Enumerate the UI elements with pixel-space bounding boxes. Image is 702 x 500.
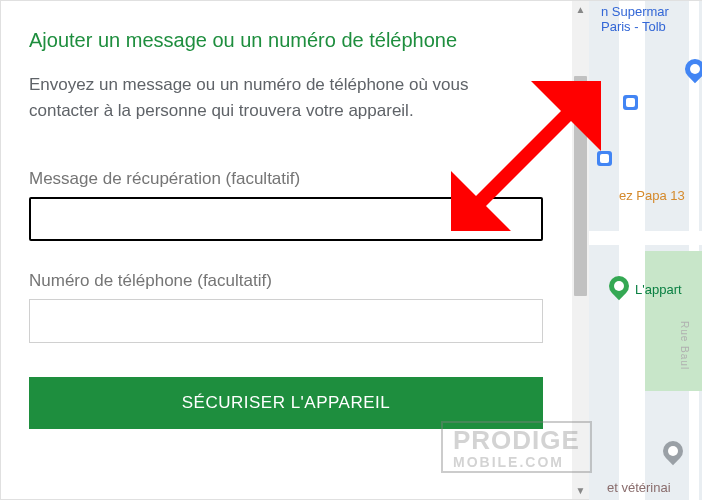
map-park xyxy=(645,251,702,391)
map-poi-restaurant[interactable]: ez Papa 13 xyxy=(619,189,685,204)
secure-device-button[interactable]: SÉCURISER L'APPAREIL xyxy=(29,377,543,429)
bus-stop-icon[interactable] xyxy=(623,95,638,110)
phone-number-input[interactable] xyxy=(29,299,543,343)
phone-number-label: Numéro de téléphone (facultatif) xyxy=(29,271,543,291)
bus-stop-icon[interactable] xyxy=(597,151,612,166)
map-poi-lappart[interactable]: L'appart xyxy=(635,283,682,298)
panel-title: Ajouter un message ou un numéro de télép… xyxy=(29,29,543,52)
panel-scrollbar[interactable]: ▲ ▼ xyxy=(572,1,589,499)
panel-description: Envoyez un message ou un numéro de télép… xyxy=(29,72,543,125)
recovery-message-input[interactable] xyxy=(29,197,543,241)
scroll-up-icon[interactable]: ▲ xyxy=(572,1,589,18)
secure-device-panel: Ajouter un message ou un numéro de télép… xyxy=(1,1,571,499)
map-road xyxy=(619,1,645,500)
map-pin-icon[interactable] xyxy=(659,437,687,465)
app-root: Ajouter un message ou un numéro de télép… xyxy=(0,0,702,500)
map-poi-vet[interactable]: et vétérinai xyxy=(607,481,671,496)
map-view[interactable]: n Supermar Paris - Tolb ez Papa 13 L'app… xyxy=(589,1,702,500)
map-road xyxy=(589,231,702,245)
map-street-label: Rue Baul xyxy=(679,321,690,370)
map-pin-icon[interactable] xyxy=(681,55,702,83)
map-poi-supermarket[interactable]: n Supermar Paris - Tolb xyxy=(601,5,669,35)
recovery-message-label: Message de récupération (facultatif) xyxy=(29,169,543,189)
scroll-down-icon[interactable]: ▼ xyxy=(572,482,589,499)
scroll-thumb[interactable] xyxy=(574,76,587,296)
